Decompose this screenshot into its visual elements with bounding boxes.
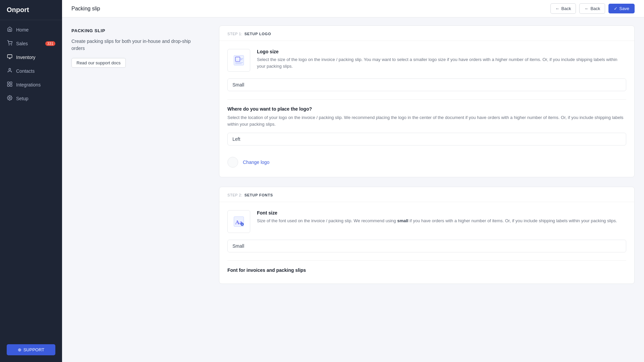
back-arrow-icon-1: ← xyxy=(555,6,560,11)
font-size-info: Font size Size of the font used on the i… xyxy=(257,210,626,224)
svg-rect-9 xyxy=(10,84,12,86)
svg-point-0 xyxy=(9,45,9,45)
svg-rect-2 xyxy=(7,55,12,58)
sidebar-nav: Home Sales 331 Inventory Contacts xyxy=(0,20,62,338)
sidebar-item-inventory[interactable]: Inventory xyxy=(0,50,62,64)
svg-rect-6 xyxy=(7,82,9,83)
font-size-section: Aa Font size Size of the font used on th… xyxy=(227,210,626,233)
svg-point-5 xyxy=(9,68,10,70)
divider-1 xyxy=(227,99,626,100)
content-area: PACKING SLIP Create packing slips for bo… xyxy=(62,17,644,362)
sidebar-item-label: Inventory xyxy=(16,55,36,60)
sidebar-item-label: Contacts xyxy=(16,68,35,74)
sidebar-item-home[interactable]: Home xyxy=(0,23,62,37)
back-button-1[interactable]: ← Back xyxy=(550,3,576,14)
font-size-title: Font size xyxy=(257,210,626,216)
sales-badge: 331 xyxy=(45,41,55,46)
logo-size-section: Logo size Select the size of the logo on… xyxy=(227,49,626,72)
contacts-icon xyxy=(7,68,13,74)
divider-2 xyxy=(227,260,626,261)
sidebar: Onport Home Sales 331 Inventory Cont xyxy=(0,0,62,362)
back-arrow-icon-2: ← xyxy=(584,6,589,11)
topbar-actions: ← Back ← Back ✓ Save xyxy=(550,3,635,14)
step1-label: STEP 1: xyxy=(227,32,243,36)
main-area: Packing slip ← Back ← Back ✓ Save PACKIN… xyxy=(62,0,644,362)
sidebar-item-label: Setup xyxy=(16,96,29,101)
logo-size-title: Logo size xyxy=(257,49,626,54)
back-button-2[interactable]: ← Back xyxy=(579,3,605,14)
inventory-icon xyxy=(7,54,13,60)
support-icon: ⊕ xyxy=(18,347,21,352)
packing-slip-title: PACKING SLIP xyxy=(71,28,200,33)
svg-rect-7 xyxy=(10,82,12,83)
save-icon: ✓ xyxy=(614,6,618,11)
sales-icon xyxy=(7,40,13,47)
step2-card: STEP 2: SETUP FONTS Aa xyxy=(219,187,635,284)
logo-size-icon xyxy=(232,54,246,67)
sidebar-item-integrations[interactable]: Integrations xyxy=(0,78,62,92)
support-button[interactable]: ⊕ SUPPORT xyxy=(7,344,55,355)
left-panel: PACKING SLIP Create packing slips for bo… xyxy=(62,17,210,362)
font-size-icon: Aa xyxy=(232,215,246,228)
app-logo: Onport xyxy=(0,0,62,20)
sidebar-item-label: Home xyxy=(16,27,29,33)
sidebar-item-contacts[interactable]: Contacts xyxy=(0,64,62,78)
read-docs-button[interactable]: Read our support docs xyxy=(71,58,126,68)
step1-header: STEP 1: SETUP LOGO xyxy=(219,26,634,41)
sidebar-item-label: Integrations xyxy=(16,82,41,87)
sidebar-item-sales[interactable]: Sales 331 xyxy=(0,37,62,50)
logo-placement-desc: Select the location of your logo on the … xyxy=(227,114,626,127)
logo-placement-question: Where do you want to place the logo? xyxy=(227,106,626,112)
packing-slip-description: Create packing slips for both your in-ho… xyxy=(71,38,200,52)
logo-preview xyxy=(227,157,238,168)
change-logo-link[interactable]: Change logo xyxy=(243,160,269,165)
logo-size-select[interactable]: Small Medium Large xyxy=(227,78,626,91)
sidebar-item-setup[interactable]: Setup xyxy=(0,92,62,105)
step2-label: STEP 2: xyxy=(227,193,243,197)
home-icon xyxy=(7,26,13,33)
change-logo-section: Change logo xyxy=(227,152,626,169)
font-size-desc-after: if you have orders with a higher number … xyxy=(408,218,617,223)
save-label: Save xyxy=(619,6,629,11)
logo-size-desc: Select the size of the logo on the invoi… xyxy=(257,56,626,69)
svg-point-10 xyxy=(9,97,10,99)
integrations-icon xyxy=(7,81,13,88)
svg-rect-8 xyxy=(7,84,9,86)
step2-body: Aa Font size Size of the font used on th… xyxy=(219,202,634,284)
logo-placement-select[interactable]: Left Center Right xyxy=(227,133,626,145)
step1-card: STEP 1: SETUP LOGO xyxy=(219,25,635,177)
logo-size-icon-box xyxy=(227,49,250,72)
step1-title: SETUP LOGO xyxy=(245,32,271,36)
step2-header: STEP 2: SETUP FONTS xyxy=(219,187,634,202)
setup-icon xyxy=(7,95,13,102)
save-button[interactable]: ✓ Save xyxy=(608,4,635,13)
right-panel: STEP 1: SETUP LOGO xyxy=(210,17,644,362)
svg-point-1 xyxy=(11,45,12,45)
sidebar-item-label: Sales xyxy=(16,41,28,46)
font-for-label: Font for invoices and packing slips xyxy=(227,267,626,273)
back-label-1: Back xyxy=(561,6,571,11)
page-title: Packing slip xyxy=(71,6,100,12)
step1-body: Logo size Select the size of the logo on… xyxy=(219,41,634,177)
font-size-desc-strong: small xyxy=(397,218,408,223)
font-size-desc-before: Size of the font used on the invoice / p… xyxy=(257,218,397,223)
font-size-select[interactable]: Small Medium Large xyxy=(227,240,626,252)
support-label: SUPPORT xyxy=(23,347,45,352)
logo-size-info: Logo size Select the size of the logo on… xyxy=(257,49,626,69)
back-label-2: Back xyxy=(590,6,600,11)
font-size-desc: Size of the font used on the invoice / p… xyxy=(257,218,626,224)
font-size-icon-box: Aa xyxy=(227,210,250,233)
topbar: Packing slip ← Back ← Back ✓ Save xyxy=(62,0,644,17)
step2-title: SETUP FONTS xyxy=(245,193,273,197)
